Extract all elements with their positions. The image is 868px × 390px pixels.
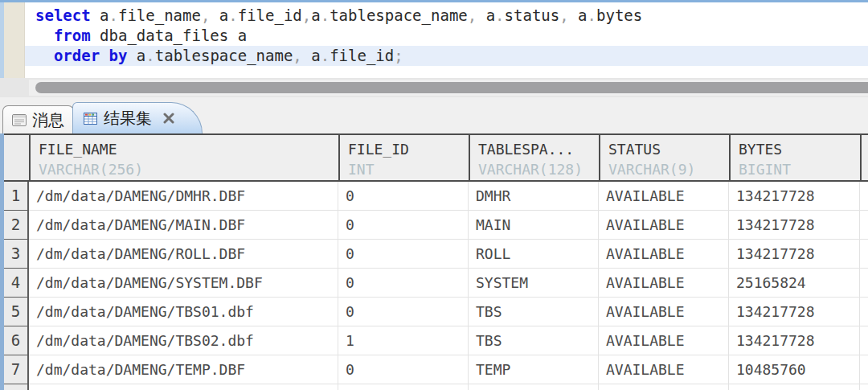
- code-token: dba_data_files a: [91, 27, 247, 44]
- table-cell[interactable]: AVAILABLE: [599, 240, 729, 269]
- code-token: a: [91, 6, 109, 24]
- row-number-cell[interactable]: 6: [4, 326, 29, 355]
- code-token: tablespace_name: [330, 6, 468, 24]
- column-header-status[interactable]: STATUS VARCHAR(9): [600, 133, 731, 182]
- table-cell[interactable]: AVAILABLE: [599, 326, 729, 355]
- table-cell-sliver: [860, 211, 868, 240]
- table-cell[interactable]: [338, 384, 469, 390]
- code-token: ,: [559, 6, 578, 24]
- column-header-file-id[interactable]: FILE_ID INT: [340, 133, 470, 182]
- code-token: [35, 27, 54, 44]
- code-token: ,: [201, 6, 219, 24]
- code-token: ,: [293, 47, 311, 64]
- table-cell-sliver: [860, 182, 868, 211]
- table-cell[interactable]: /dm/data/DAMENG/SYSTEM.DBF: [29, 269, 338, 298]
- table-cell[interactable]: AVAILABLE: [599, 355, 729, 384]
- sql-code-line-3-current[interactable]: order by a.tablespace_name, a.file_id;: [25, 46, 868, 66]
- table-cell[interactable]: /dm/data/DAMENG/MAIN.DBF: [29, 211, 338, 240]
- table-cell[interactable]: /dm/data/DAMENG/TEMP.DBF: [29, 355, 338, 384]
- sql-editor[interactable]: select a.file_name, a.file_id,a.tablespa…: [0, 2, 868, 78]
- tab-messages[interactable]: 消息: [2, 105, 74, 133]
- message-console-icon: [12, 114, 27, 126]
- table-cell[interactable]: 134217728: [729, 326, 860, 355]
- table-cell[interactable]: [599, 384, 729, 390]
- table-cell[interactable]: SYSTEM: [469, 269, 599, 298]
- code-token: file_name: [118, 6, 201, 24]
- row-number-cell[interactable]: 5: [4, 298, 29, 326]
- sql-code-line-2[interactable]: from dba_data_files a: [25, 26, 868, 46]
- table-cell[interactable]: 0: [338, 182, 469, 211]
- table-cell[interactable]: AVAILABLE: [599, 182, 729, 211]
- table-row: 7/dm/data/DAMENG/TEMP.DBF0TEMPAVAILABLE1…: [4, 355, 868, 384]
- code-token: .: [321, 47, 330, 64]
- tab-results-label: 结果集: [104, 108, 152, 129]
- table-cell[interactable]: 0: [338, 269, 469, 298]
- table-cell[interactable]: TBS: [469, 298, 599, 326]
- table-cell[interactable]: 0: [338, 298, 469, 326]
- code-token: ;: [394, 47, 403, 64]
- horizontal-scrollbar-thumb[interactable]: [35, 82, 868, 93]
- table-cell[interactable]: 0: [338, 355, 469, 384]
- row-number-cell[interactable]: 4: [4, 269, 29, 298]
- table-cell[interactable]: DMHR: [469, 182, 599, 211]
- sql-tool-window: select a.file_name, a.file_id,a.tablespa…: [0, 0, 868, 390]
- column-header-bytes[interactable]: BYTES BIGINT: [731, 133, 862, 182]
- code-token: file_id: [330, 47, 394, 64]
- code-token: a: [486, 6, 495, 24]
- sql-code-line-1[interactable]: select a.file_name, a.file_id,a.tablespa…: [25, 6, 868, 26]
- table-cell[interactable]: TBS: [469, 326, 599, 355]
- sql-code-area[interactable]: select a.file_name, a.file_id,a.tablespa…: [25, 2, 868, 78]
- close-icon[interactable]: [163, 113, 174, 124]
- table-cell[interactable]: TEMP: [469, 355, 599, 384]
- table-cell[interactable]: MAIN: [469, 211, 599, 240]
- code-token: a: [219, 6, 228, 24]
- column-name: BYTES: [739, 139, 860, 160]
- table-cell[interactable]: AVAILABLE: [599, 211, 729, 240]
- table-cell[interactable]: [29, 384, 338, 390]
- table-cell[interactable]: 25165824: [729, 269, 860, 298]
- tab-results-active[interactable]: 结果集: [72, 102, 203, 133]
- table-cell[interactable]: 134217728: [729, 211, 860, 240]
- row-number-cell[interactable]: [4, 384, 29, 390]
- table-row: 5/dm/data/DAMENG/TBS01.dbf0TBSAVAILABLE1…: [4, 298, 868, 326]
- table-cell[interactable]: 134217728: [729, 240, 860, 269]
- column-name: FILE_ID: [348, 139, 469, 160]
- table-cell[interactable]: 134217728: [729, 298, 860, 326]
- column-header-file-name[interactable]: FILE_NAME VARCHAR(256): [31, 133, 340, 182]
- row-number-header-cell[interactable]: [4, 133, 31, 182]
- table-cell[interactable]: [729, 384, 860, 390]
- table-cell[interactable]: [469, 384, 599, 390]
- column-name: TABLESPA...: [478, 139, 599, 160]
- table-cell[interactable]: /dm/data/DAMENG/ROLL.DBF: [29, 240, 338, 269]
- table-cell[interactable]: /dm/data/DAMENG/TBS02.dbf: [29, 326, 338, 355]
- column-type: INT: [348, 160, 469, 179]
- code-token: .: [588, 6, 596, 24]
- row-number-cell[interactable]: 2: [4, 211, 29, 240]
- tab-messages-label: 消息: [32, 109, 64, 131]
- column-header-tablespace-name[interactable]: TABLESPA... VARCHAR(128): [470, 133, 600, 182]
- table-cell[interactable]: 10485760: [729, 355, 860, 384]
- row-number-cell[interactable]: 7: [4, 355, 29, 384]
- code-token: .: [228, 6, 237, 24]
- table-cell[interactable]: 0: [338, 240, 469, 269]
- code-token: select: [35, 6, 91, 24]
- table-cell[interactable]: 134217728: [729, 182, 860, 211]
- code-token: file_id: [238, 6, 302, 24]
- table-cell[interactable]: 1: [338, 326, 469, 355]
- code-token: tablespace_name: [155, 47, 293, 64]
- table-cell[interactable]: /dm/data/DAMENG/DMHR.DBF: [29, 182, 338, 211]
- code-token: ,: [302, 6, 311, 24]
- column-type: VARCHAR(9): [608, 160, 729, 179]
- table-row: 4/dm/data/DAMENG/SYSTEM.DBF0SYSTEMAVAILA…: [4, 269, 868, 298]
- table-cell[interactable]: /dm/data/DAMENG/TBS01.dbf: [29, 298, 338, 326]
- table-cell[interactable]: 0: [338, 211, 469, 240]
- code-token: .: [495, 6, 504, 24]
- result-table-icon: [84, 113, 97, 125]
- code-token: .: [145, 47, 154, 64]
- row-number-cell[interactable]: 1: [4, 182, 29, 211]
- table-cell[interactable]: ROLL: [469, 240, 599, 269]
- table-cell[interactable]: AVAILABLE: [599, 269, 729, 298]
- table-cell[interactable]: AVAILABLE: [599, 298, 729, 326]
- column-type: BIGINT: [739, 160, 860, 179]
- row-number-cell[interactable]: 3: [4, 240, 29, 269]
